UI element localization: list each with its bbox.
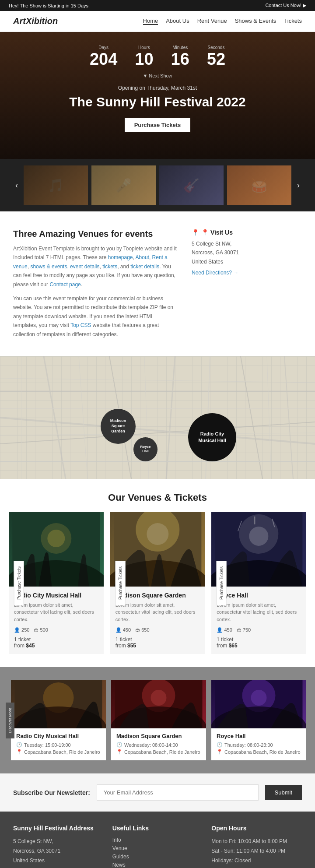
footer-hours-title: Open Hours (211, 825, 302, 832)
discover-card-royce: Royce Hall 🕐 Thursday: 08:00-23:00 📍 Cop… (211, 680, 306, 760)
clock-icon-2: 🕐 (116, 742, 122, 748)
ticket-venue-name-madison: Madison Square Garden (116, 592, 200, 599)
hero-title: The Sunny Hill Festival 2022 (9, 95, 306, 109)
purchase-button-radio[interactable]: Purchase Tickets (14, 561, 24, 605)
contact-link[interactable]: Contact Us Now! ▶ (265, 3, 306, 8)
pin-icon: 📍 (16, 749, 22, 755)
attending-icon: 👤 250 (14, 627, 29, 633)
venues-section-title: Three Amazing Venues for events (13, 229, 178, 239)
discover-day-radio: 🕐 Tuesday: 15:00-19:00 (16, 742, 101, 748)
crowd-icon-2: 🎤 (91, 165, 156, 205)
crowd-icon: 🎵 (24, 165, 88, 205)
footer-link-guides[interactable]: Guides (112, 854, 203, 860)
footer-main: Sunny Hill Festival Address 5 College St… (0, 812, 315, 868)
svg-line-1 (0, 418, 315, 444)
top-css-link[interactable]: Top CSS (70, 322, 91, 328)
shows-link[interactable]: shows & events (30, 264, 67, 270)
ticket-card-radio: Radio City Musical Hall Lorem ipsum dolo… (9, 512, 104, 654)
contact-page-link[interactable]: Contact page (49, 281, 80, 288)
svg-point-28 (249, 527, 269, 546)
nav-home[interactable]: Home (143, 18, 158, 25)
countdown-minutes: Minutes 16 (171, 45, 189, 69)
discover-img-madison (111, 680, 206, 728)
map-pin-madison[interactable]: MadisonSquareGarden (101, 409, 136, 444)
footer-address-title: Sunny Hill Festival Address (13, 825, 104, 832)
pin-icon-3: 📍 (217, 749, 223, 755)
tickets-grid: Radio City Musical Hall Lorem ipsum dolo… (9, 512, 306, 654)
about-link[interactable]: About (136, 254, 149, 260)
ticket-desc-royce: Lorem ipsum dolor sit amet, consectetur … (217, 601, 301, 623)
ticket-card-madison: Madison Square Garden Lorem ipsum dolor … (110, 512, 205, 654)
ticket-details-link[interactable]: ticket details (130, 264, 159, 270)
discover-card-body-royce: Royce Hall 🕐 Thursday: 08:00-23:00 📍 Cop… (211, 728, 306, 760)
svg-line-16 (267, 356, 271, 479)
logo: ArtXibition (13, 16, 58, 26)
event-details-link[interactable]: event details (70, 264, 99, 270)
map-pin-radio-city[interactable]: Radio CityMusical Hall (188, 413, 236, 461)
discover-cards: Radio City Musical Hall 🕐 Tuesday: 15:00… (9, 680, 306, 760)
nav-shows[interactable]: Shows & Events (235, 18, 276, 25)
venues-section: Three Amazing Venues for events ArtXibit… (0, 211, 315, 356)
newsletter-section: Subscribe Our Newsletter: Submit (0, 773, 315, 812)
gallery-image-3: 🎸 (159, 165, 224, 205)
gallery-prev-arrow[interactable]: ‹ (13, 181, 20, 190)
footer-link-news[interactable]: News (112, 862, 203, 868)
svg-point-37 (151, 690, 167, 706)
svg-line-7 (284, 356, 293, 479)
capacity-icon: 🏟 500 (34, 627, 48, 633)
attending-icon-3: 👤 450 (217, 627, 232, 633)
svg-line-5 (166, 356, 175, 479)
ticket-venue-name-radio: Radio City Musical Hall (14, 592, 98, 599)
visit-us-title: 📍 📍 Visit Us (192, 229, 302, 236)
footer-link-venue[interactable]: Venue (112, 845, 203, 851)
gallery-images: 🎵 🎤 🎸 🥁 (24, 165, 291, 205)
newsletter-submit-button[interactable]: Submit (265, 785, 302, 800)
discover-card-body-radio: Radio City Musical Hall 🕐 Tuesday: 15:00… (11, 728, 106, 760)
discover-venue-name-madison: Madison Square Garden (116, 733, 201, 739)
venues-text-1: ArtXibition Event Template is brought to… (13, 244, 178, 289)
footer-links-title: Useful Links (112, 825, 203, 832)
directions-link[interactable]: Need Directions? → (192, 270, 302, 276)
location-icon: 📍 (192, 229, 199, 236)
countdown-days: Days 204 (90, 45, 117, 69)
purchase-button-madison[interactable]: Purchase Tickets (115, 561, 125, 605)
gallery-next-arrow[interactable]: › (295, 181, 302, 190)
ticket-desc-radio: Lorem ipsum dolor sit amet, consectetur … (14, 601, 98, 623)
discover-svg-2 (111, 680, 206, 728)
clock-icon-3: 🕐 (217, 742, 223, 748)
discover-card-body-madison: Madison Square Garden 🕐 Wednesday: 08:00… (111, 728, 206, 760)
discover-venue-name-radio: Radio City Musical Hall (16, 733, 101, 739)
newsletter-email-input[interactable] (97, 784, 259, 801)
tickets-link[interactable]: tickets (102, 264, 117, 270)
venues-right: 📍 📍 Visit Us 5 College St NW,Norcross, G… (192, 229, 302, 339)
discover-day-madison: 🕐 Wednesday: 08:00-14:00 (116, 742, 201, 748)
map-pin-royce[interactable]: RoyceHall (133, 437, 158, 461)
svg-line-3 (44, 356, 66, 479)
ticket-price-royce: 1 ticket from $65 (217, 636, 301, 649)
footer-address-col: Sunny Hill Festival Address 5 College St… (13, 825, 104, 868)
top-bar: Hey! The Show is Starting in 15 Days. Co… (0, 0, 315, 11)
venues-text-2: You can use this event template for your… (13, 294, 178, 339)
ticket-desc-madison: Lorem ipsum dolor sit amet, consectetur … (116, 601, 200, 623)
purchase-tickets-button[interactable]: Purchase Tickets (125, 118, 191, 132)
map-pin-royce-label: RoyceHall (140, 445, 150, 454)
ticket-stats-royce: 👤 450 🏟 750 (217, 627, 301, 633)
nav-rent[interactable]: Rent Venue (197, 18, 227, 25)
gallery-image-1: 🎵 (24, 165, 88, 205)
visit-us-address: 5 College St NW,Norcross, GA 30071United… (192, 239, 302, 266)
nav-about[interactable]: About Us (166, 18, 189, 25)
map-section: MadisonSquareGarden Radio CityMusical Ha… (0, 356, 315, 479)
footer-useful-links: Info Venue Guides News Outreach (112, 837, 203, 868)
svg-point-24 (147, 523, 168, 545)
ticket-price-radio: 1 ticket from $45 (14, 636, 98, 649)
capacity-icon-3: 🏟 750 (237, 627, 251, 633)
navbar: ArtXibition Home About Us Rent Venue Sho… (0, 11, 315, 32)
discover-card-radio: Radio City Musical Hall 🕐 Tuesday: 15:00… (11, 680, 106, 760)
purchase-button-royce[interactable]: Purchase Tickets (217, 561, 227, 605)
homepage-link[interactable]: homepage (108, 254, 133, 260)
newsletter-label: Subscribe Our Newsletter: (13, 789, 90, 796)
discover-img-radio (11, 680, 106, 728)
nav-tickets[interactable]: Tickets (284, 18, 302, 25)
footer-link-info[interactable]: Info (112, 837, 203, 843)
capacity-icon-2: 🏟 650 (135, 627, 149, 633)
